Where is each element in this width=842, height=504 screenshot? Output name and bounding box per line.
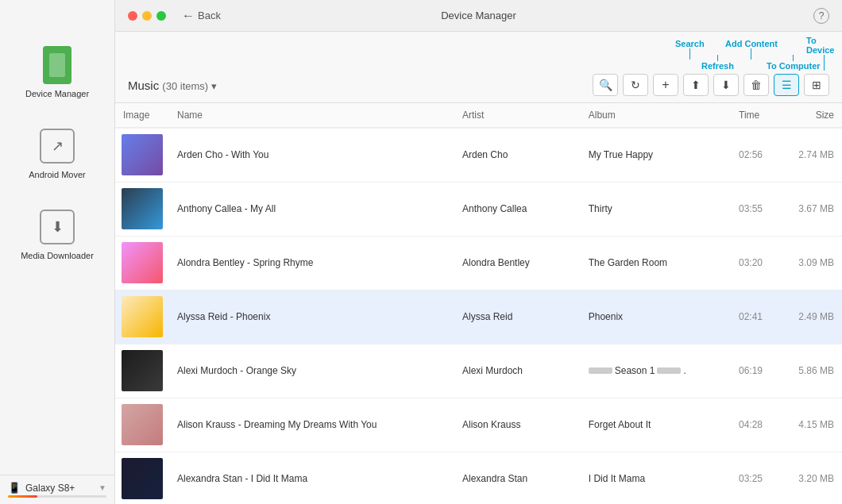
track-size: 3.20 MB <box>778 452 842 504</box>
track-album: Thirty <box>581 182 731 236</box>
device-selector[interactable]: 📱 Galaxy S8+ ▼ <box>0 475 114 504</box>
device-icon: 📱 <box>8 482 21 494</box>
add-content-button[interactable]: + <box>653 74 678 96</box>
track-album: I Did It Mama <box>581 452 731 504</box>
toolbar: Search Add Content To Device Refresh To <box>115 32 842 103</box>
track-artist: Alexandra Stan <box>454 452 581 504</box>
track-size: 4.15 MB <box>778 398 842 452</box>
to-device-annotation: To Device <box>806 36 842 55</box>
to-computer-annotation: To Computer <box>767 61 821 71</box>
track-album: The Garden Room <box>581 236 731 290</box>
track-name: Alison Krauss - Dreaming My Dreams With … <box>169 398 454 452</box>
table-row[interactable]: Alison Krauss - Dreaming My Dreams With … <box>115 398 842 452</box>
media-downloader-icon <box>38 208 76 246</box>
refresh-annotation-line <box>717 55 718 61</box>
device-manager-icon <box>38 46 76 84</box>
track-name: Alexandra Stan - I Did It Mama <box>169 452 454 504</box>
track-name: Anthony Callea - My All <box>169 182 454 236</box>
col-header-size: Size <box>778 103 842 128</box>
album-art-cell <box>115 452 169 504</box>
table-row[interactable]: Arden Cho - With YouArden ChoMy True Hap… <box>115 128 842 182</box>
track-artist: Alyssa Reid <box>454 290 581 344</box>
to-computer-button[interactable]: ⬇ <box>713 74 739 96</box>
storage-progress-bar <box>8 495 106 498</box>
add-content-annotation: Add Content <box>725 39 778 48</box>
section-title: Music (30 items) ▾ <box>128 79 588 92</box>
track-artist: Alondra Bentley <box>454 236 581 290</box>
track-time: 03:25 <box>731 452 778 504</box>
track-size: 2.49 MB <box>778 290 842 344</box>
close-button[interactable] <box>128 11 137 21</box>
table-row[interactable]: Alexandra Stan - I Did It MamaAlexandra … <box>115 452 842 504</box>
track-size: 3.67 MB <box>778 182 842 236</box>
col-header-time: Time <box>731 103 778 128</box>
music-table: Image Name Artist Album Time Size Arden … <box>115 103 842 504</box>
track-name: Alyssa Reid - Phoenix <box>169 290 454 344</box>
track-album: Forget About It <box>581 398 731 452</box>
table-row[interactable]: Alyssa Reid - PhoenixAlyssa ReidPhoenix0… <box>115 290 842 344</box>
sidebar: Device Manager Android Mover Media Downl… <box>0 0 115 504</box>
album-thumbnail <box>122 350 163 391</box>
album-art-cell <box>115 128 169 182</box>
album-thumbnail <box>122 296 163 337</box>
help-button[interactable]: ? <box>813 8 829 24</box>
device-name: Galaxy S8+ <box>25 483 94 494</box>
music-table-body: Arden Cho - With YouArden ChoMy True Hap… <box>115 128 842 504</box>
table-row[interactable]: Anthony Callea - My AllAnthony CalleaThi… <box>115 182 842 236</box>
search-button[interactable]: 🔍 <box>593 74 618 96</box>
track-artist: Anthony Callea <box>454 182 581 236</box>
album-art-cell <box>115 344 169 398</box>
music-table-wrap: Image Name Artist Album Time Size Arden … <box>115 103 842 504</box>
track-album: Season 1. <box>581 344 731 398</box>
track-size: 3.09 MB <box>778 236 842 290</box>
track-album: My True Happy <box>581 128 731 182</box>
track-artist: Arden Cho <box>454 128 581 182</box>
back-label: Back <box>198 10 221 21</box>
add-content-annotation-line <box>751 48 751 60</box>
back-arrow-icon: ← <box>182 9 195 23</box>
back-button[interactable]: ← Back <box>182 9 221 23</box>
main-content: ← Back Device Manager ? Search Add Conte… <box>115 0 842 504</box>
toolbar-buttons-row: Music (30 items) ▾ 🔍 ↻ + ⬆ ⬇ 🗑 ☰ ⊞ <box>115 74 842 96</box>
album-thumbnail <box>122 404 163 445</box>
table-row[interactable]: Alexi Murdoch - Orange SkyAlexi MurdochS… <box>115 344 842 398</box>
table-header-row: Image Name Artist Album Time Size <box>115 103 842 128</box>
track-time: 06:19 <box>731 344 778 398</box>
sidebar-item-label: Media Downloader <box>21 251 94 260</box>
to-computer-annotation-line <box>793 55 794 61</box>
to-device-button[interactable]: ⬆ <box>683 74 709 96</box>
refresh-annotation: Refresh <box>701 61 734 71</box>
track-artist: Alexi Murdoch <box>454 344 581 398</box>
track-time: 04:28 <box>731 398 778 452</box>
track-name: Alexi Murdoch - Orange Sky <box>169 344 454 398</box>
traffic-lights <box>128 11 166 21</box>
help-label: ? <box>819 10 825 21</box>
album-thumbnail <box>122 458 163 499</box>
sidebar-item-label: Device Manager <box>25 89 89 98</box>
track-album: Phoenix <box>581 290 731 344</box>
grid-view-button[interactable]: ⊞ <box>804 74 829 96</box>
table-row[interactable]: Alondra Bentley - Spring RhymeAlondra Be… <box>115 236 842 290</box>
album-art-cell <box>115 182 169 236</box>
sidebar-item-media-downloader[interactable]: Media Downloader <box>10 202 105 267</box>
album-art-cell <box>115 398 169 452</box>
refresh-button[interactable]: ↻ <box>623 74 648 96</box>
storage-progress-fill <box>8 495 37 498</box>
search-annotation-line <box>689 48 690 60</box>
track-time: 02:41 <box>731 290 778 344</box>
col-header-image: Image <box>115 103 169 128</box>
to-device-annotation-line <box>824 55 825 71</box>
minimize-button[interactable] <box>142 11 152 21</box>
track-time: 02:56 <box>731 128 778 182</box>
sidebar-item-device-manager[interactable]: Device Manager <box>10 40 105 105</box>
sidebar-item-android-mover[interactable]: Android Mover <box>10 121 105 186</box>
track-name: Alondra Bentley - Spring Rhyme <box>169 236 454 290</box>
album-thumbnail <box>122 188 163 229</box>
track-time: 03:20 <box>731 236 778 290</box>
maximize-button[interactable] <box>156 11 166 21</box>
track-time: 03:55 <box>731 182 778 236</box>
delete-button[interactable]: 🗑 <box>744 74 769 96</box>
list-view-button[interactable]: ☰ <box>774 74 799 96</box>
album-thumbnail <box>122 242 163 283</box>
titlebar: ← Back Device Manager ? <box>115 0 842 32</box>
